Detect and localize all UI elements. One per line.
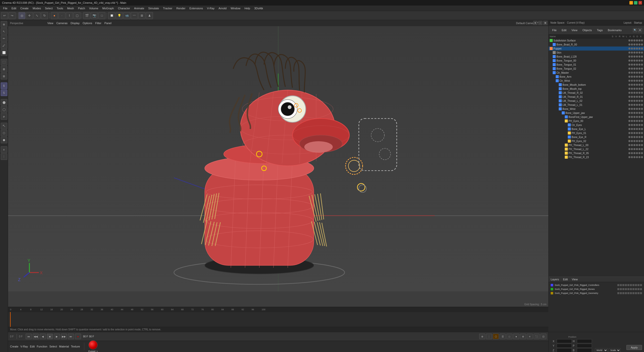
obj-ctrl-dot-2-3[interactable] — [636, 48, 638, 50]
obj-ctrl-dot-12-4[interactable] — [638, 88, 640, 90]
obj-ctrl-dot-0-0[interactable] — [628, 39, 630, 41]
layer-ctrl-0-1[interactable] — [620, 284, 622, 286]
obj-ctrl-dot-2-5[interactable] — [641, 48, 643, 50]
layer-ctrl-1-3[interactable] — [625, 288, 627, 290]
left-tool-s2[interactable]: S — [1, 90, 7, 96]
obj-ctrl-dot-27-3[interactable] — [636, 148, 638, 150]
obj-item-7[interactable]: Bone_Tongue_02 — [549, 67, 644, 71]
obj-ctrl-dot-5-4[interactable] — [638, 60, 640, 62]
obj-ctrl-dot-0-3[interactable] — [636, 39, 638, 41]
obj-item-19[interactable]: BoneFind_Upper_jaw — [549, 115, 644, 119]
obj-item-27[interactable]: PH_Thread_L_22 — [549, 147, 644, 151]
stop-btn[interactable]: ■ — [47, 334, 53, 339]
left-tool-8[interactable]: ⊞ — [1, 73, 7, 79]
obj-ctrl-dot-21-1[interactable] — [631, 124, 633, 126]
obj-ctrl-dot-9-4[interactable] — [638, 76, 640, 78]
menu-item-3dsatk[interactable]: 3DsAtk — [252, 6, 265, 10]
layer-ctrl-1-8[interactable] — [637, 288, 639, 290]
obj-ctrl-dot-21-4[interactable] — [638, 124, 640, 126]
z-input[interactable] — [557, 348, 572, 352]
layer-ctrl-1-9[interactable] — [640, 288, 642, 290]
layer-ctrl-2-5[interactable] — [630, 292, 632, 294]
layer-item-0[interactable]: Sock_Puppet_Girl_Pink_Rigged_Controllers — [550, 283, 643, 287]
obj-ctrl-dot-19-4[interactable] — [638, 116, 640, 118]
left-tool-s1[interactable]: $ — [1, 82, 7, 89]
obj-ctrl-dot-19-2[interactable] — [633, 116, 635, 118]
left-tool-4[interactable]: 🖊 — [1, 42, 7, 49]
obj-ctrl-dot-18-1[interactable] — [631, 112, 633, 114]
obj-ctrl-dot-0-1[interactable] — [631, 39, 633, 41]
obj-ctrl-dot-11-5[interactable] — [641, 84, 643, 86]
obj-ctrl-dot-15-3[interactable] — [636, 100, 638, 102]
layers-tab-view[interactable]: View — [572, 278, 578, 281]
obj-ctrl-dot-29-1[interactable] — [631, 156, 633, 158]
obj-ctrl-dot-19-0[interactable] — [628, 116, 630, 118]
om-tab-edit[interactable]: Edit — [560, 28, 568, 32]
obj-ctrl-dot-16-2[interactable] — [633, 104, 635, 106]
menu-item-character[interactable]: Character — [116, 6, 132, 10]
pb-opt-7[interactable]: ⊕ — [520, 334, 526, 339]
obj-ctrl-dot-9-3[interactable] — [636, 76, 638, 78]
obj-ctrl-dot-16-5[interactable] — [641, 104, 643, 106]
layer-ctrl-1-4[interactable] — [627, 288, 629, 290]
obj-ctrl-dot-1-0[interactable] — [628, 43, 630, 46]
obj-item-4[interactable]: Bone_Braid_L128 — [549, 55, 644, 59]
left-tool-5[interactable]: ⬜ — [1, 49, 7, 56]
left-tool-2[interactable]: ↖ — [1, 28, 7, 35]
obj-ctrl-dot-25-1[interactable] — [631, 140, 633, 142]
vp-menu-panel[interactable]: Panel — [104, 22, 111, 25]
menu-item-edit[interactable]: Edit — [10, 6, 18, 10]
layer-ctrl-2-1[interactable] — [620, 292, 622, 294]
next-frame-btn[interactable]: ▶▶ — [61, 334, 67, 339]
mat-menu-select[interactable]: Select — [49, 345, 57, 348]
obj-ctrl-dot-27-1[interactable] — [631, 148, 633, 150]
h-input[interactable] — [577, 339, 592, 343]
obj-item-8[interactable]: Ctr_Master — [549, 71, 644, 75]
obj-ctrl-dot-20-0[interactable] — [628, 120, 630, 122]
obj-ctrl-dot-1-4[interactable] — [638, 43, 640, 46]
menu-item-animate[interactable]: Animate — [132, 6, 146, 10]
obj-ctrl-dot-24-3[interactable] — [636, 136, 638, 138]
obj-ctrl-dot-15-4[interactable] — [638, 100, 640, 102]
obj-ctrl-dot-16-3[interactable] — [636, 104, 638, 106]
om-tab-objects[interactable]: Objects — [581, 28, 593, 32]
obj-ctrl-dot-28-4[interactable] — [638, 152, 640, 154]
obj-ctrl-dot-3-1[interactable] — [631, 52, 633, 54]
obj-ctrl-dot-17-5[interactable] — [641, 108, 643, 110]
obj-ctrl-dot-27-2[interactable] — [633, 148, 635, 150]
obj-ctrl-dot-25-0[interactable] — [628, 140, 630, 142]
obj-ctrl-dot-23-1[interactable] — [631, 132, 633, 134]
layer-ctrl-0-6[interactable] — [632, 284, 634, 286]
obj-ctrl-dot-29-5[interactable] — [641, 156, 643, 158]
left-tool-13[interactable]: ⬡ — [1, 130, 7, 136]
obj-ctrl-dot-13-5[interactable] — [641, 92, 643, 94]
move-tool[interactable]: ✛ — [26, 12, 33, 19]
obj-ctrl-dot-26-0[interactable] — [628, 144, 630, 146]
obj-ctrl-dot-24-5[interactable] — [641, 136, 643, 138]
mat-menu-create[interactable]: Create — [10, 345, 18, 348]
obj-ctrl-dot-18-4[interactable] — [638, 112, 640, 114]
minimize-button[interactable]: − — [629, 1, 633, 5]
obj-ctrl-dot-11-1[interactable] — [631, 84, 633, 86]
obj-ctrl-dot-13-3[interactable] — [636, 92, 638, 94]
obj-item-12[interactable]: Bone_Mouth_top — [549, 87, 644, 91]
layer-ctrl-0-7[interactable] — [635, 284, 637, 286]
cube-prim[interactable]: 🔲 — [108, 12, 115, 19]
obj-ctrl-dot-17-4[interactable] — [638, 108, 640, 110]
obj-ctrl-dot-23-0[interactable] — [628, 132, 630, 134]
layer-ctrl-0-0[interactable] — [617, 284, 619, 286]
om-tab-file[interactable]: File — [551, 28, 558, 32]
vp-menu-view[interactable]: View — [47, 22, 53, 25]
redo-button[interactable]: ↪ — [9, 12, 16, 19]
obj-ctrl-dot-10-4[interactable] — [638, 80, 640, 82]
obj-ctrl-dot-27-0[interactable] — [628, 148, 630, 150]
obj-ctrl-dot-24-2[interactable] — [633, 136, 635, 138]
obj-ctrl-dot-19-3[interactable] — [636, 116, 638, 118]
obj-ctrl-dot-13-4[interactable] — [638, 92, 640, 94]
obj-ctrl-dot-25-3[interactable] — [636, 140, 638, 142]
layers-tab-layers[interactable]: Layers — [551, 278, 559, 281]
obj-ctrl-dot-4-1[interactable] — [631, 56, 633, 58]
pb-opt-3[interactable]: ⬡ — [493, 334, 499, 339]
menu-item-mesh[interactable]: Mesh — [65, 6, 76, 10]
obj-ctrl-dot-5-1[interactable] — [631, 60, 633, 62]
